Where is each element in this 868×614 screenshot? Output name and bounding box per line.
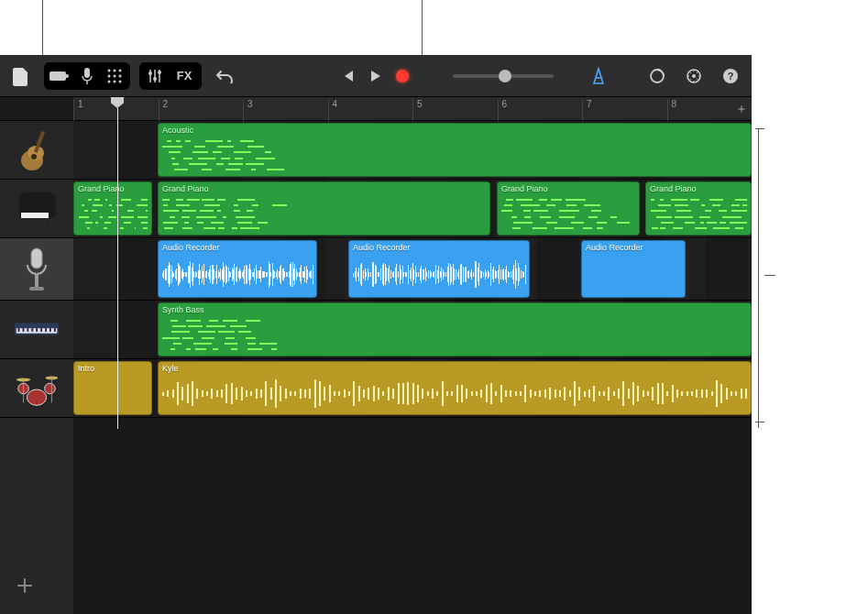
track-headers [0, 121, 73, 614]
my-songs-button[interactable] [7, 62, 35, 90]
track-lane[interactable]: Synth Bass [73, 301, 752, 359]
region[interactable]: Grand Piano [645, 181, 752, 236]
svg-rect-26 [47, 218, 49, 225]
instrument-view-button[interactable] [46, 64, 73, 88]
region[interactable]: Synth Bass [158, 302, 752, 356]
svg-rect-41 [54, 328, 56, 332]
fx-button[interactable]: FX [169, 64, 200, 88]
acoustic-guitar-icon [13, 126, 60, 174]
ruler-bar: 1 [73, 99, 83, 121]
svg-point-11 [119, 80, 122, 82]
svg-rect-38 [40, 328, 42, 332]
svg-rect-34 [22, 328, 24, 332]
svg-point-45 [45, 383, 56, 394]
microphone-button[interactable] [73, 64, 101, 88]
svg-point-22 [31, 154, 37, 159]
svg-point-14 [158, 71, 161, 74]
region-label: Intro [74, 362, 151, 375]
svg-rect-27 [31, 248, 42, 269]
ruler-bar: 8 [667, 99, 677, 121]
region-label: Acoustic [159, 124, 751, 137]
region-label: Audio Recorder [582, 241, 685, 254]
metronome-button[interactable] [585, 62, 612, 90]
track-header[interactable] [0, 301, 73, 359]
svg-rect-40 [49, 328, 51, 332]
region-label: Grand Piano [159, 182, 489, 195]
ruler-bar: 7 [582, 99, 592, 121]
region-label: Audio Recorder [349, 241, 529, 254]
track-header[interactable] [0, 121, 73, 180]
record-button[interactable] [389, 62, 416, 90]
region[interactable]: Audio Recorder [581, 240, 686, 298]
svg-rect-36 [31, 328, 33, 332]
ruler-bar: 4 [328, 99, 338, 121]
transport [334, 62, 416, 90]
track-lane[interactable]: IntroKyle [73, 359, 752, 418]
track-lane[interactable]: Grand PianoGrand PianoGrand PianoGrand P… [73, 180, 752, 238]
track-header[interactable] [0, 359, 73, 418]
region-label: Grand Piano [74, 182, 151, 195]
keyboard-icon [13, 306, 60, 354]
svg-point-6 [108, 74, 111, 77]
svg-rect-0 [49, 71, 66, 81]
track-header[interactable] [0, 238, 73, 301]
svg-point-7 [114, 74, 116, 77]
view-switcher [44, 62, 130, 90]
settings-button[interactable] [680, 62, 708, 90]
playhead-handle[interactable] [111, 97, 124, 108]
svg-rect-25 [21, 218, 23, 225]
volume-thumb[interactable] [499, 70, 511, 82]
svg-point-5 [119, 69, 122, 71]
master-volume-slider[interactable] [453, 74, 554, 78]
ruler-bar: 2 [159, 99, 169, 121]
toolbar: FX [0, 55, 752, 97]
svg-point-9 [108, 80, 111, 82]
track-controls-button[interactable] [141, 64, 169, 88]
callout-bracket [755, 422, 764, 422]
tracks-area: AcousticGrand PianoGrand PianoGrand Pian… [0, 121, 752, 614]
callout-bracket [755, 128, 764, 129]
go-to-start-button[interactable] [334, 62, 361, 90]
track-lane[interactable]: Audio RecorderAudio RecorderAudio Record… [73, 238, 752, 301]
grand-piano-icon [13, 185, 60, 233]
region[interactable]: Grand Piano [497, 181, 640, 236]
callout-bracket [758, 128, 759, 428]
ruler[interactable]: ＋ 12345678 [73, 97, 752, 120]
region-label: Kyle [159, 362, 751, 375]
region-label: Grand Piano [646, 182, 751, 195]
drum-kit-icon [13, 365, 60, 412]
svg-point-4 [114, 69, 116, 71]
svg-text:?: ? [728, 71, 734, 82]
help-button[interactable]: ? [717, 62, 744, 90]
region[interactable]: Grand Piano [158, 181, 490, 236]
track-header[interactable] [0, 180, 73, 238]
play-button[interactable] [361, 62, 389, 90]
region-label: Synth Bass [159, 303, 751, 316]
svg-point-13 [153, 77, 157, 81]
svg-point-8 [119, 74, 122, 77]
svg-point-3 [108, 69, 111, 71]
region[interactable]: Audio Recorder [348, 240, 530, 298]
ruler-bar: 6 [498, 99, 508, 121]
add-section-button[interactable]: ＋ [735, 101, 748, 117]
add-track-button[interactable] [11, 572, 38, 599]
app-window: FX [0, 55, 752, 614]
controls-pill: FX [139, 62, 202, 90]
svg-rect-35 [27, 328, 28, 332]
ruler-bar: 5 [412, 99, 423, 121]
region[interactable]: Audio Recorder [158, 240, 317, 298]
ruler-bar: 3 [243, 99, 253, 121]
region[interactable]: Kyle [158, 361, 752, 415]
callout-line [422, 0, 423, 55]
svg-rect-29 [35, 274, 38, 287]
region[interactable]: Grand Piano [73, 181, 152, 236]
loop-browser-button[interactable] [643, 62, 671, 90]
svg-rect-24 [21, 213, 49, 218]
tracks-view-button[interactable] [101, 64, 128, 88]
region[interactable]: Intro [73, 361, 152, 415]
track-lane[interactable]: Acoustic [73, 121, 752, 180]
region[interactable]: Acoustic [158, 123, 752, 177]
svg-rect-39 [45, 328, 47, 332]
undo-button[interactable] [211, 62, 238, 90]
svg-rect-37 [36, 328, 38, 332]
